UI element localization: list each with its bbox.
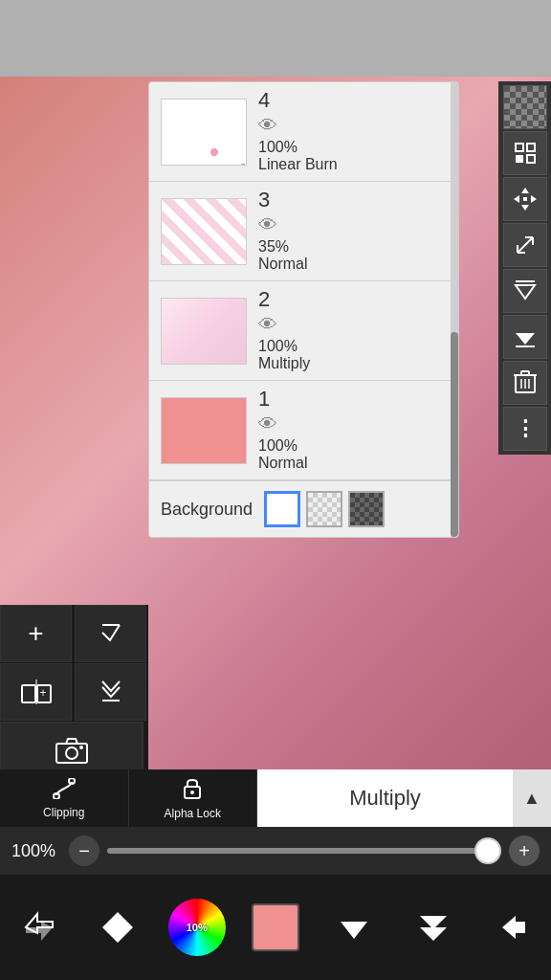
layer-2-number: 2 bbox=[258, 289, 270, 310]
layers-panel: 4 👁 100% Linear Burn 3 👁 35% Normal 2 👁 … bbox=[148, 81, 459, 538]
svg-marker-32 bbox=[26, 922, 53, 941]
svg-point-26 bbox=[79, 746, 83, 749]
clipping-button[interactable]: Clipping bbox=[0, 769, 129, 827]
svg-marker-4 bbox=[521, 188, 529, 193]
layer-1-blend: Normal bbox=[258, 455, 308, 472]
svg-marker-36 bbox=[420, 927, 447, 941]
layer-1[interactable]: 1 👁 100% Normal bbox=[149, 381, 458, 480]
opacity-decrease-button[interactable]: − bbox=[69, 835, 99, 866]
opacity-bar: 100% − + bbox=[0, 827, 551, 875]
bottom-tools-bar: 10% bbox=[0, 875, 551, 980]
opacity-slider-handle[interactable] bbox=[474, 837, 501, 864]
right-sidebar: ⋮ bbox=[498, 81, 551, 455]
layer-3-number: 3 bbox=[258, 189, 270, 211]
svg-rect-2 bbox=[516, 155, 523, 163]
bg-checker-option[interactable] bbox=[306, 491, 342, 527]
blend-mode-arrow[interactable]: ▲ bbox=[513, 769, 551, 827]
background-label: Background bbox=[161, 500, 253, 520]
layer-1-visibility-icon[interactable]: 👁 bbox=[258, 413, 277, 435]
layer-2-visibility-icon[interactable]: 👁 bbox=[258, 314, 277, 336]
color-swatch[interactable] bbox=[252, 903, 299, 951]
layer-3[interactable]: 3 👁 35% Normal bbox=[149, 182, 458, 281]
layer-3-info: 3 👁 35% Normal bbox=[258, 189, 447, 273]
layer-4-number: 4 bbox=[258, 90, 270, 111]
checkerboard-button[interactable] bbox=[503, 85, 547, 129]
bg-white-option[interactable] bbox=[264, 491, 300, 527]
layer-2-thumbnail bbox=[161, 298, 247, 365]
merge-button[interactable] bbox=[75, 605, 146, 662]
layer-2-blend: Multiply bbox=[258, 355, 310, 372]
svg-point-28 bbox=[69, 778, 75, 784]
layer-1-info: 1 👁 100% Normal bbox=[258, 389, 447, 472]
diamond-tool-button[interactable] bbox=[84, 894, 151, 961]
svg-point-27 bbox=[54, 793, 59, 799]
layer-4-opacity: 100% bbox=[258, 139, 298, 156]
svg-point-30 bbox=[190, 791, 194, 794]
layer-3-blend: Normal bbox=[258, 256, 308, 273]
double-down-button[interactable] bbox=[400, 894, 467, 961]
add-layer-button[interactable]: + bbox=[0, 605, 72, 662]
color-wheel-button[interactable]: 10% bbox=[164, 894, 231, 961]
down-button[interactable] bbox=[503, 315, 547, 359]
svg-marker-34 bbox=[341, 922, 367, 939]
scrollbar-thumb[interactable] bbox=[451, 332, 458, 537]
add-group-button[interactable]: + bbox=[0, 663, 72, 721]
svg-point-25 bbox=[66, 747, 77, 759]
svg-marker-6 bbox=[514, 195, 519, 203]
swap-colors-button[interactable] bbox=[6, 894, 73, 961]
layer-2[interactable]: 2 👁 100% Multiply bbox=[149, 281, 458, 381]
move-button[interactable] bbox=[503, 177, 547, 221]
svg-marker-35 bbox=[420, 916, 447, 929]
svg-rect-1 bbox=[527, 144, 535, 151]
collapse-button[interactable] bbox=[75, 663, 146, 721]
alpha-lock-label: Alpha Lock bbox=[165, 807, 221, 820]
blend-bar: Clipping Alpha Lock Multiply ▲ bbox=[0, 769, 551, 827]
layer-4-thumbnail bbox=[161, 99, 247, 166]
back-button[interactable] bbox=[478, 894, 545, 961]
color-swatch-button[interactable] bbox=[242, 894, 309, 961]
clipping-icon bbox=[53, 778, 76, 804]
layer-4[interactable]: 4 👁 100% Linear Burn bbox=[149, 82, 458, 182]
svg-rect-8 bbox=[523, 197, 527, 201]
left-toolbar: + + bbox=[0, 605, 148, 779]
opacity-slider[interactable] bbox=[107, 848, 501, 854]
svg-marker-11 bbox=[516, 333, 535, 345]
alpha-lock-icon bbox=[182, 777, 203, 805]
opacity-increase-button[interactable]: + bbox=[509, 835, 540, 866]
transform-button[interactable] bbox=[503, 223, 547, 267]
svg-marker-37 bbox=[502, 916, 525, 939]
layer-4-blend: Linear Burn bbox=[258, 156, 338, 173]
more-button[interactable]: ⋮ bbox=[503, 407, 547, 451]
opacity-label: 100% bbox=[11, 841, 59, 861]
blend-mode-dropdown[interactable]: Multiply bbox=[257, 769, 513, 827]
clipping-label: Clipping bbox=[43, 806, 84, 819]
color-wheel-label: 10% bbox=[187, 922, 208, 933]
color-wheel[interactable]: 10% bbox=[168, 899, 226, 956]
layer-3-visibility-icon[interactable]: 👁 bbox=[258, 214, 277, 236]
scrollbar[interactable] bbox=[451, 82, 458, 537]
svg-rect-0 bbox=[516, 144, 523, 151]
flip-button[interactable] bbox=[503, 269, 547, 313]
layer-1-number: 1 bbox=[258, 389, 270, 410]
svg-rect-19 bbox=[22, 685, 35, 702]
svg-text:+: + bbox=[39, 686, 46, 700]
background-row: Background bbox=[149, 480, 458, 537]
svg-marker-5 bbox=[521, 205, 529, 211]
svg-marker-7 bbox=[531, 195, 537, 203]
layer-2-info: 2 👁 100% Multiply bbox=[258, 289, 447, 372]
layer-2-opacity: 100% bbox=[258, 338, 298, 355]
layer-1-thumbnail bbox=[161, 397, 247, 464]
svg-rect-15 bbox=[521, 371, 529, 375]
layer-4-visibility-icon[interactable]: 👁 bbox=[258, 115, 277, 137]
trash-button[interactable] bbox=[503, 361, 547, 405]
canvas-button[interactable] bbox=[503, 131, 547, 175]
down-arrow-button[interactable] bbox=[320, 894, 387, 961]
svg-rect-3 bbox=[527, 155, 535, 163]
alpha-lock-button[interactable]: Alpha Lock bbox=[129, 769, 258, 827]
layer-3-thumbnail bbox=[161, 198, 247, 265]
svg-marker-9 bbox=[516, 285, 535, 299]
bg-dark-checker-option[interactable] bbox=[348, 491, 385, 527]
layer-1-opacity: 100% bbox=[258, 437, 298, 455]
layer-4-info: 4 👁 100% Linear Burn bbox=[258, 90, 447, 173]
blend-mode-value: Multiply bbox=[349, 786, 421, 811]
